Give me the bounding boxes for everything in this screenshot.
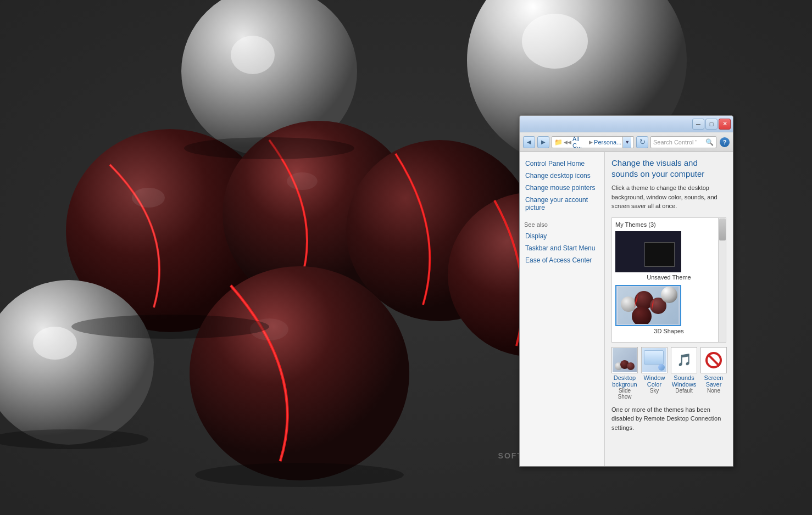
- sidebar-taskbar-start-menu[interactable]: Taskbar and Start Menu: [524, 242, 600, 254]
- title-bar-controls: ─ □ ✕: [692, 119, 731, 130]
- main-description: Click a theme to change the desktop back…: [611, 183, 726, 211]
- sidebar-display[interactable]: Display: [524, 230, 600, 242]
- path-personalization[interactable]: Persona...: [594, 139, 621, 145]
- window-color-icon-item[interactable]: Window Color Sky: [641, 347, 668, 394]
- unsaved-theme-preview[interactable]: [615, 231, 681, 272]
- refresh-button[interactable]: ↻: [636, 136, 648, 148]
- bottom-note: One or more of the themes has been disab…: [611, 405, 726, 433]
- unsaved-theme-item[interactable]: Unsaved Theme: [615, 231, 722, 281]
- search-icon: 🔍: [705, 138, 714, 146]
- sidebar-ease-of-access[interactable]: Ease of Access Center: [524, 254, 600, 266]
- window-color-sublabel: Sky: [650, 388, 659, 394]
- svg-point-16: [184, 137, 354, 159]
- desktop-background-sublabel: Slide Show: [611, 388, 638, 400]
- sidebar: Control Panel Home Change desktop icons …: [520, 152, 605, 466]
- svg-point-7: [132, 188, 165, 208]
- scroll-thumb[interactable]: [719, 219, 726, 240]
- themes-scrollbar[interactable]: [718, 218, 726, 342]
- bottom-icons: Desktop bckgroun Slide Show Window Color: [611, 347, 726, 400]
- desktop-background-icon-item[interactable]: Desktop bckgroun Slide Show: [611, 347, 638, 400]
- sidebar-change-desktop-icons[interactable]: Change desktop icons: [524, 170, 600, 182]
- svg-point-5: [522, 14, 588, 69]
- svg-point-15: [33, 327, 77, 360]
- sounds-icon[interactable]: 🎵: [671, 347, 697, 373]
- main-title: Change the visuals and sounds on your co…: [611, 158, 726, 179]
- unsaved-theme-label: Unsaved Theme: [615, 274, 722, 281]
- sounds-label[interactable]: Sounds Windows: [671, 374, 697, 388]
- 3d-shapes-theme-preview[interactable]: [615, 285, 681, 326]
- minimize-button[interactable]: ─: [692, 119, 704, 130]
- close-button[interactable]: ✕: [719, 119, 731, 130]
- forward-button[interactable]: ▶: [537, 136, 549, 148]
- my-themes-title: My Themes (3): [615, 221, 722, 228]
- screen-saver-icon[interactable]: [700, 347, 727, 373]
- svg-point-9: [287, 172, 318, 190]
- sidebar-change-account-picture[interactable]: Change your account picture: [524, 194, 600, 214]
- help-button[interactable]: ?: [720, 137, 730, 147]
- maximize-button[interactable]: □: [705, 119, 718, 130]
- sounds-icon-item[interactable]: 🎵 Sounds Windows Default: [671, 347, 697, 394]
- screen-saver-icon-item[interactable]: Screen Saver None: [700, 347, 727, 394]
- window-color-icon[interactable]: [641, 347, 668, 373]
- svg-point-17: [71, 315, 269, 339]
- sounds-sublabel: Default: [675, 388, 693, 394]
- see-also-title: See also: [524, 221, 600, 228]
- sidebar-control-panel-home[interactable]: Control Panel Home: [524, 158, 600, 170]
- title-bar: ─ □ ✕: [520, 116, 733, 132]
- svg-point-3: [231, 36, 275, 74]
- search-placeholder: Search Control ": [653, 139, 704, 145]
- search-box[interactable]: Search Control " 🔍: [650, 136, 716, 148]
- screen-saver-sublabel: None: [707, 388, 720, 394]
- svg-point-18: [195, 463, 404, 487]
- path-dropdown[interactable]: ▼: [622, 137, 631, 148]
- 3d-shapes-theme-label: 3D Shapes: [615, 328, 722, 334]
- 3d-shapes-theme-item[interactable]: 3D Shapes: [615, 285, 722, 334]
- path-all-control-panel[interactable]: All C...: [572, 136, 588, 149]
- address-path[interactable]: 📁 ◀◀ All C... ▶ Persona... ▼: [552, 136, 634, 148]
- desktop: SOFT... ─ □ ✕ ◀ ▶: [0, 0, 812, 515]
- themes-container: My Themes (3) Unsaved Theme: [611, 217, 726, 343]
- svg-point-12: [190, 266, 409, 480]
- control-panel-window: ─ □ ✕ ◀ ▶ 📁 ◀◀ All C...: [519, 115, 733, 467]
- address-bar: ◀ ▶ 📁 ◀◀ All C... ▶ Persona... ▼ ↻ Searc…: [520, 132, 733, 152]
- main-content: Change the visuals and sounds on your co…: [605, 152, 733, 466]
- content-area: Control Panel Home Change desktop icons …: [520, 152, 733, 466]
- back-button[interactable]: ◀: [523, 136, 535, 148]
- desktop-background-icon[interactable]: [611, 347, 638, 373]
- screen-saver-label[interactable]: Screen Saver: [700, 374, 727, 388]
- sidebar-change-mouse-pointers[interactable]: Change mouse pointers: [524, 182, 600, 194]
- desktop-background-label[interactable]: Desktop bckgroun: [611, 374, 638, 388]
- window-color-label[interactable]: Window Color: [641, 374, 668, 388]
